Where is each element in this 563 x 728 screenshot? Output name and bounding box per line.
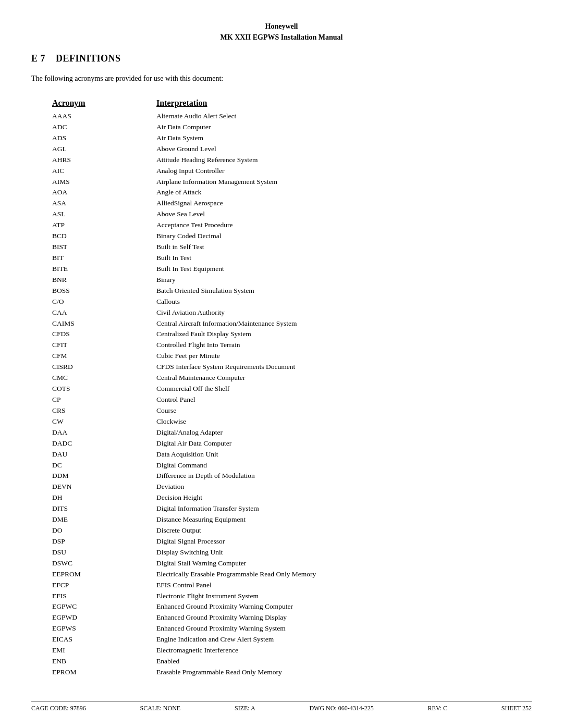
interpretation-cell: Binary [136, 275, 532, 286]
table-row: DSPDigital Signal Processor [31, 536, 532, 547]
footer-rev: REV: C [428, 705, 447, 712]
interpretation-cell: Erasable Programmable Read Only Memory [136, 667, 532, 678]
acronym-cell: DH [31, 492, 136, 503]
interpretation-cell: Built in Self Test [136, 242, 532, 253]
table-row: CFDSCentralized Fault Display System [31, 329, 532, 340]
table-row: DITSDigital Information Transfer System [31, 503, 532, 514]
interpretation-cell: Enhanced Ground Proximity Warning Comput… [136, 601, 532, 612]
interpretation-cell: Electronic Flight Instrument System [136, 591, 532, 602]
acronym-cell: CMC [31, 373, 136, 384]
acronym-cell: EGPWD [31, 612, 136, 623]
interpretation-cell: Electromagnetic Interference [136, 645, 532, 656]
table-row: CAIMSCentral Aircraft Information/Mainte… [31, 318, 532, 329]
table-row: DDMDifference in Depth of Modulation [31, 471, 532, 482]
interpretation-cell: Centralized Fault Display System [136, 329, 532, 340]
page-footer: CAGE CODE: 97896 SCALE: NONE SIZE: A DWG… [31, 701, 532, 712]
acronym-cell: AIC [31, 166, 136, 177]
acronym-cell: AAAS [31, 111, 136, 122]
section-label: E 7 [31, 53, 45, 64]
table-row: ASAAlliedSignal Aerospace [31, 198, 532, 209]
acronym-cell: EGPWC [31, 601, 136, 612]
table-row: ADSAir Data System [31, 133, 532, 144]
acronym-cell: CFIT [31, 340, 136, 351]
table-row: DAUData Acquisition Unit [31, 449, 532, 460]
acronym-cell: EFIS [31, 591, 136, 602]
acronym-cell: ASL [31, 209, 136, 220]
interpretation-cell: Distance Measuring Equipment [136, 514, 532, 525]
interpretation-cell: Callouts [136, 297, 532, 307]
interpretation-cell: Course [136, 405, 532, 416]
interpretation-cell: Controlled Flight Into Terrain [136, 340, 532, 351]
interpretation-cell: Digital Signal Processor [136, 536, 532, 547]
acronym-cell: ADC [31, 122, 136, 133]
acronym-cell: BITE [31, 264, 136, 275]
acronym-cell: EPROM [31, 667, 136, 678]
table-row: DAADigital/Analog Adapter [31, 427, 532, 438]
acronym-cell: CFDS [31, 329, 136, 340]
interpretation-cell: Discrete Output [136, 525, 532, 536]
table-row: CPControl Panel [31, 394, 532, 405]
table-row: EEPROMElectrically Erasable Programmable… [31, 569, 532, 580]
interpretation-cell: Digital Command [136, 460, 532, 471]
table-row: AAASAlternate Audio Alert Select [31, 111, 532, 122]
acronym-cell: AIMS [31, 177, 136, 188]
interpretation-cell: Data Acquisition Unit [136, 449, 532, 460]
acronym-cell: DAU [31, 449, 136, 460]
interpretation-cell: Air Data System [136, 133, 532, 144]
interpretation-cell: Digital Stall Warning Computer [136, 558, 532, 569]
acronym-cell: CAA [31, 307, 136, 318]
interpretation-cell: Display Switching Unit [136, 547, 532, 558]
interpretation-cell: Digital Air Data Computer [136, 438, 532, 449]
table-row: ENBEnabled [31, 656, 532, 667]
acronym-cell: ASA [31, 198, 136, 209]
table-row: CWClockwise [31, 416, 532, 427]
acronym-cell: DSP [31, 536, 136, 547]
interpretation-cell: Difference in Depth of Modulation [136, 471, 532, 482]
acronym-cell: AHRS [31, 155, 136, 166]
section-title: DEFINITIONS [56, 53, 121, 64]
footer-dwg-no: DWG NO: 060-4314-225 [309, 705, 373, 712]
interpretation-cell: Central Aircraft Information/Maintenance… [136, 318, 532, 329]
interpretation-cell: Digital Information Transfer System [136, 503, 532, 514]
acronym-cell: DC [31, 460, 136, 471]
table-row: BOSSBatch Oriented Simulation System [31, 286, 532, 297]
interpretation-cell: CFDS Interface System Requirements Docum… [136, 362, 532, 373]
table-row: ASLAbove Sea Level [31, 209, 532, 220]
table-row: DMEDistance Measuring Equipment [31, 514, 532, 525]
interpretation-cell: Electrically Erasable Programmable Read … [136, 569, 532, 580]
interpretation-cell: Civil Aviation Authority [136, 307, 532, 318]
acronym-cell: ENB [31, 656, 136, 667]
acronym-cell: CW [31, 416, 136, 427]
acronym-cell: BIT [31, 253, 136, 264]
table-row: EFISElectronic Flight Instrument System [31, 591, 532, 602]
interpretation-cell: Digital/Analog Adapter [136, 427, 532, 438]
acronym-cell: EICAS [31, 634, 136, 645]
header-line2: MK XXII EGPWS Installation Manual [31, 32, 532, 43]
interpretation-cell: Binary Coded Decimal [136, 231, 532, 242]
table-row: DEVNDeviation [31, 482, 532, 492]
footer-cage-code: CAGE CODE: 97896 [31, 705, 86, 712]
table-header: Acronym Interpretation [31, 98, 532, 108]
footer-size: SIZE: A [235, 705, 255, 712]
table-row: EGPWDEnhanced Ground Proximity Warning D… [31, 612, 532, 623]
interpretation-cell: Air Data Computer [136, 122, 532, 133]
acronym-cell: EGPWS [31, 623, 136, 634]
interpretation-cell: Airplane Information Management System [136, 177, 532, 188]
table-row: C/OCallouts [31, 297, 532, 307]
acronym-cell: EEPROM [31, 569, 136, 580]
table-row: CAACivil Aviation Authority [31, 307, 532, 318]
acronym-cell: CISRD [31, 362, 136, 373]
acronym-cell: DDM [31, 471, 136, 482]
acronym-cell: EFCP [31, 580, 136, 591]
table-row: AICAnalog Input Controller [31, 166, 532, 177]
acronym-cell: DAA [31, 427, 136, 438]
table-row: EGPWCEnhanced Ground Proximity Warning C… [31, 601, 532, 612]
table-body: AAASAlternate Audio Alert SelectADCAir D… [31, 111, 532, 678]
interpretation-cell: Alternate Audio Alert Select [136, 111, 532, 122]
table-row: CRSCourse [31, 405, 532, 416]
acronym-cell: BOSS [31, 286, 136, 297]
table-row: DODiscrete Output [31, 525, 532, 536]
table-row: BITBuilt In Test [31, 253, 532, 264]
section-heading: E 7 DEFINITIONS [31, 53, 532, 64]
table-row: AGLAbove Ground Level [31, 144, 532, 155]
